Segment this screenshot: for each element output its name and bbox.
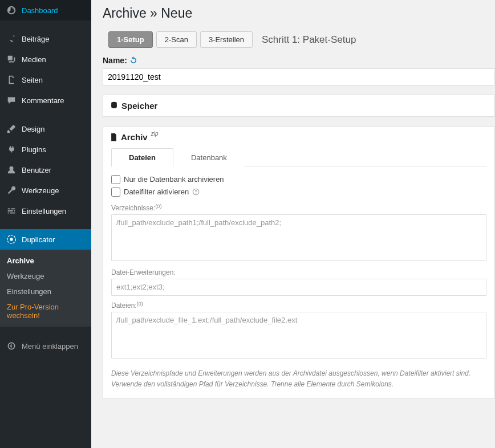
sidebar-item-duplicator[interactable]: Duplicator: [0, 229, 91, 250]
sidebar-item-posts[interactable]: Beiträge: [0, 28, 91, 49]
svg-point-1: [10, 238, 13, 241]
checkbox-db-only-label: Nur die Datenbank archivieren: [124, 175, 224, 184]
checkbox-filefilter-row[interactable]: Dateifilter aktivieren: [111, 186, 486, 198]
plug-icon: [6, 144, 17, 155]
reset-name-icon[interactable]: [129, 57, 137, 66]
help-icon[interactable]: [192, 188, 200, 196]
sidebar-item-label: Benutzer: [22, 166, 51, 174]
page-title: Archive » Neue: [103, 6, 495, 21]
dashboard-icon: [6, 5, 17, 16]
checkbox-filefilter-label: Dateifilter aktivieren: [124, 188, 189, 196]
admin-sidebar: Dashboard Beiträge Medien Seiten Komment…: [0, 0, 91, 448]
dirs-textarea[interactable]: [111, 214, 486, 261]
submenu-item-gopro[interactable]: Zur Pro-Version wechseln!: [0, 299, 91, 323]
sidebar-item-settings[interactable]: Einstellungen: [0, 201, 91, 221]
sidebar-item-label: Werkzeuge: [22, 186, 59, 195]
comment-icon: [6, 95, 17, 106]
sidebar-item-label: Seiten: [22, 76, 43, 84]
sidebar-item-label: Medien: [22, 55, 46, 64]
sidebar-item-appearance[interactable]: Design: [0, 119, 91, 139]
sidebar-item-label: Beiträge: [22, 35, 49, 43]
step-2-button[interactable]: 2-Scan: [156, 31, 197, 48]
brush-icon: [6, 123, 17, 135]
files-label: Dateien:(0): [111, 302, 486, 309]
sidebar-item-label: Einstellungen: [22, 207, 66, 215]
media-icon: [6, 54, 17, 65]
sidebar-item-label: Dashboard: [22, 6, 58, 15]
checkbox-db-only[interactable]: [111, 175, 120, 184]
submenu-item-archive[interactable]: Archive: [0, 253, 91, 268]
checkbox-filefilter[interactable]: [111, 188, 120, 197]
collapse-icon: [6, 340, 17, 352]
svg-point-2: [8, 343, 14, 349]
exts-input[interactable]: [111, 279, 486, 296]
sidebar-item-comments[interactable]: Kommentare: [0, 90, 91, 111]
tab-database[interactable]: Datenbank: [173, 148, 245, 166]
sliders-icon: [6, 205, 17, 217]
duplicator-icon: [6, 234, 17, 245]
wrench-icon: [6, 185, 17, 196]
file-archive-icon: [110, 133, 117, 141]
step-bar: 1-Setup 2-Scan 3-Erstellen Schritt 1: Pa…: [103, 31, 495, 48]
sidebar-item-dashboard[interactable]: Dashboard: [0, 0, 91, 21]
tab-files[interactable]: Dateien: [111, 148, 173, 166]
dirs-label: Verzeichnisse:(0): [111, 204, 486, 212]
sidebar-item-label: Design: [22, 125, 44, 133]
sidebar-item-tools[interactable]: Werkzeuge: [0, 180, 91, 201]
archive-panel-body: Dateien Datenbank Nur die Datenbank arch…: [103, 148, 494, 398]
current-step-label: Schritt 1: Paket-Setup: [262, 34, 356, 46]
archive-panel-header[interactable]: Archiv zip: [103, 127, 494, 148]
exts-label: Datei-Erweiterungen:: [111, 268, 486, 276]
sidebar-item-pages[interactable]: Seiten: [0, 70, 91, 90]
name-label: Name:: [103, 56, 495, 66]
archive-format: zip: [151, 131, 159, 137]
archive-title: Archiv: [121, 132, 148, 142]
filter-note: Diese Verzeichnispfade und Erweiterungen…: [111, 368, 486, 390]
sidebar-item-plugins[interactable]: Plugins: [0, 139, 91, 160]
sidebar-item-label: Duplicator: [22, 235, 55, 244]
archive-panel: Archiv zip Dateien Datenbank Nur die Dat…: [103, 126, 495, 398]
storage-panel[interactable]: Speicher: [103, 95, 495, 117]
submenu-item-tools[interactable]: Werkzeuge: [0, 268, 91, 284]
submenu-item-settings[interactable]: Einstellungen: [0, 284, 91, 299]
main-content: Archive » Neue 1-Setup 2-Scan 3-Erstelle…: [91, 0, 495, 448]
submenu-duplicator: Archive Werkzeuge Einstellungen Zur Pro-…: [0, 250, 91, 327]
step-3-button[interactable]: 3-Erstellen: [200, 31, 253, 48]
step-1-button[interactable]: 1-Setup: [108, 31, 153, 48]
files-textarea[interactable]: [111, 312, 486, 359]
checkbox-db-only-row[interactable]: Nur die Datenbank archivieren: [111, 173, 486, 186]
pin-icon: [6, 33, 17, 44]
svg-point-3: [111, 102, 117, 104]
collapse-label: Menü einklappen: [22, 342, 78, 351]
database-icon: [110, 101, 118, 109]
pages-icon: [6, 74, 17, 85]
storage-title: Speicher: [121, 101, 157, 111]
sidebar-item-label: Plugins: [22, 145, 46, 154]
sidebar-item-media[interactable]: Medien: [0, 49, 91, 70]
sidebar-item-label: Kommentare: [22, 96, 64, 105]
collapse-menu-button[interactable]: Menü einklappen: [0, 336, 91, 356]
user-icon: [6, 164, 17, 176]
storage-panel-header: Speicher: [103, 95, 494, 116]
sidebar-item-users[interactable]: Benutzer: [0, 160, 91, 180]
archive-tabs: Dateien Datenbank: [111, 148, 486, 166]
package-name-input[interactable]: [103, 68, 495, 85]
